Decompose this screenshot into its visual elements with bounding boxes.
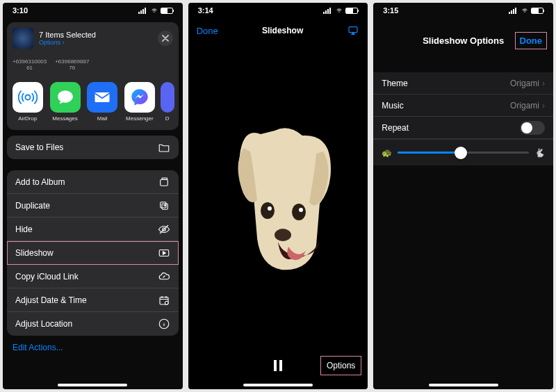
status-bar: 3:15 <box>373 3 553 18</box>
hide-button[interactable]: Hide <box>7 218 179 241</box>
status-bar: 3:10 <box>3 3 183 18</box>
share-header: 7 Items Selected Options › <box>7 22 179 54</box>
slideshow-button[interactable]: Slideshow <box>7 241 179 265</box>
save-to-files-button[interactable]: Save to Files <box>7 136 179 159</box>
status-indicators <box>138 8 173 14</box>
contact-item[interactable]: +6396310003 61 <box>13 58 47 71</box>
contact-number: +6396869887 <box>55 58 89 65</box>
app-label: Messages <box>49 115 82 122</box>
close-button[interactable] <box>158 31 173 46</box>
battery-icon <box>161 8 173 14</box>
slide-area[interactable] <box>188 43 368 350</box>
music-value: Origami <box>510 101 539 111</box>
slideshow-options-screen: 3:15 Slideshow Options Done Theme Origam… <box>373 3 553 389</box>
app-partial[interactable]: D <box>161 82 174 122</box>
app-label: D <box>161 115 174 122</box>
svg-rect-11 <box>349 27 357 33</box>
action-label: Hide <box>15 224 33 234</box>
messages-icon <box>50 82 81 113</box>
pause-button[interactable] <box>274 360 282 371</box>
selection-title: 7 Items Selected <box>39 31 152 39</box>
share-sheet-screen: 3:10 7 Items Selected Options › +6396310… <box>3 3 183 389</box>
svg-rect-1 <box>95 92 110 102</box>
options-link[interactable]: Options › <box>39 39 152 46</box>
slideshow-nav: Done Slideshow <box>188 18 368 43</box>
speed-slider-row: 🐢 🐇 <box>373 139 553 165</box>
action-label: Adjust Location <box>15 319 72 329</box>
svg-point-9 <box>165 301 168 304</box>
slideshow-screen: 3:14 Done Slideshow Options <box>188 3 368 389</box>
turtle-icon: 🐢 <box>382 148 392 158</box>
airplay-icon[interactable] <box>347 25 359 36</box>
playback-controls: Options <box>188 350 368 381</box>
cloud-link-icon <box>158 270 170 283</box>
save-to-files-group: Save to Files <box>7 136 179 159</box>
adjust-date-time-button[interactable]: Adjust Date & Time <box>7 288 179 312</box>
app-messages[interactable]: Messages <box>49 82 82 122</box>
slide-image-dog <box>219 120 337 273</box>
app-label: AirDrop <box>11 115 44 122</box>
rabbit-icon: 🐇 <box>534 148 545 158</box>
svg-point-16 <box>275 229 291 241</box>
calendar-icon <box>158 294 170 307</box>
close-icon <box>162 35 169 42</box>
action-label: Copy iCloud Link <box>15 272 79 281</box>
share-apps-row[interactable]: AirDrop Messages Mail Messenger D <box>7 75 179 130</box>
app-messenger[interactable]: Messenger <box>123 82 156 122</box>
status-indicators <box>509 8 543 14</box>
done-button[interactable]: Done <box>516 33 547 49</box>
nav-title: Slideshow Options <box>423 35 504 46</box>
cellular-icon <box>509 8 518 14</box>
cellular-icon <box>323 8 333 14</box>
app-mail[interactable]: Mail <box>85 82 119 122</box>
home-indicator[interactable] <box>243 384 313 386</box>
actions-list: Add to Album Duplicate Hide Slideshow Co… <box>7 170 179 336</box>
copy-icloud-link-button[interactable]: Copy iCloud Link <box>7 265 179 288</box>
action-label: Slideshow <box>15 248 54 258</box>
action-label: Save to Files <box>15 142 63 152</box>
edit-actions-link[interactable]: Edit Actions... <box>3 336 183 359</box>
add-to-album-button[interactable]: Add to Album <box>7 170 179 194</box>
options-button[interactable]: Options <box>321 357 361 375</box>
status-bar: 3:14 <box>188 3 368 18</box>
repeat-label: Repeat <box>382 123 409 133</box>
messenger-icon <box>124 82 155 113</box>
duplicate-button[interactable]: Duplicate <box>7 194 179 218</box>
action-label: Add to Album <box>15 177 65 187</box>
music-row[interactable]: Music Origami› <box>373 95 553 117</box>
contact-sub: 76 <box>55 65 89 71</box>
clock: 3:15 <box>383 6 398 15</box>
eye-slash-icon <box>158 223 170 236</box>
app-airdrop[interactable]: AirDrop <box>11 82 44 122</box>
adjust-location-button[interactable]: Adjust Location <box>7 312 179 336</box>
contact-number: +6396310003 <box>13 58 47 65</box>
svg-point-13 <box>292 204 306 220</box>
svg-point-0 <box>25 95 30 100</box>
svg-point-15 <box>299 208 303 212</box>
play-rect-icon <box>158 247 170 259</box>
theme-row[interactable]: Theme Origami› <box>373 72 553 95</box>
done-button[interactable]: Done <box>197 26 218 36</box>
home-indicator[interactable] <box>58 384 127 386</box>
wifi-icon <box>521 8 529 14</box>
clock: 3:10 <box>13 6 28 15</box>
action-label: Adjust Date & Time <box>15 295 87 305</box>
contact-item[interactable]: +6396869887 76 <box>55 58 89 71</box>
repeat-row: Repeat <box>373 117 553 139</box>
wifi-icon <box>335 8 343 14</box>
speed-slider[interactable] <box>398 152 529 154</box>
clock: 3:14 <box>198 6 213 15</box>
options-nav: Slideshow Options Done <box>373 26 553 54</box>
music-label: Music <box>382 101 403 111</box>
svg-point-14 <box>268 206 272 211</box>
home-indicator[interactable] <box>429 384 498 386</box>
action-label: Duplicate <box>15 201 50 211</box>
svg-point-12 <box>261 202 275 219</box>
battery-icon <box>531 8 543 14</box>
contact-sub: 61 <box>13 65 47 71</box>
svg-rect-3 <box>162 178 167 179</box>
wifi-icon <box>150 8 158 14</box>
repeat-toggle[interactable] <box>520 121 545 135</box>
partial-app-icon <box>161 82 174 113</box>
status-indicators <box>323 8 358 14</box>
